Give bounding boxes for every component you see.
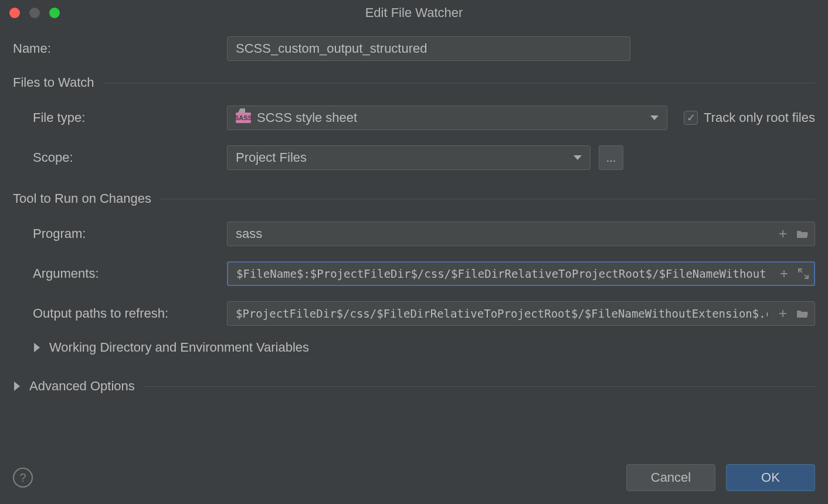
traffic-lights [0,8,60,18]
folder-open-icon[interactable] [796,229,809,239]
ok-button[interactable]: OK [726,464,815,491]
help-button[interactable]: ? [13,468,33,488]
section-divider [143,386,815,387]
section-divider [160,199,815,199]
expand-icon[interactable] [798,268,809,280]
working-dir-env-title: Working Directory and Environment Variab… [49,340,309,355]
plus-icon[interactable] [778,229,788,239]
cancel-button[interactable]: Cancel [626,464,715,491]
chevron-down-icon [574,155,582,160]
file-type-value: SCSS style sheet [257,110,357,125]
caret-right-icon [34,343,40,352]
plus-icon[interactable] [779,268,789,279]
help-icon: ? [19,471,26,485]
track-only-root-checkbox[interactable]: ✓ Track only root files [684,110,815,125]
caret-right-icon [14,382,20,391]
advanced-options-header[interactable]: Advanced Options [13,379,815,394]
ok-label: OK [761,470,780,485]
program-input[interactable] [227,222,815,246]
plus-icon[interactable] [778,308,788,319]
window-close-button[interactable] [9,8,20,18]
name-input[interactable] [227,36,630,61]
window-maximize-button[interactable] [49,8,60,18]
name-label: Name: [13,41,227,56]
scope-label: Scope: [13,150,227,165]
scope-browse-button[interactable]: ... [599,145,623,170]
folder-open-icon[interactable] [796,308,809,319]
arguments-input[interactable] [227,261,815,286]
files-to-watch-title: Files to Watch [13,75,94,90]
tool-to-run-title: Tool to Run on Changes [13,191,151,206]
scope-select[interactable]: Project Files [227,145,591,170]
working-dir-env-header[interactable]: Working Directory and Environment Variab… [33,340,815,355]
titlebar: Edit File Watcher [0,0,828,26]
scope-value: Project Files [236,150,307,165]
tool-to-run-header: Tool to Run on Changes [13,191,815,206]
window-title: Edit File Watcher [365,5,463,21]
arguments-label: Arguments: [13,266,227,281]
ellipsis-icon: ... [606,151,616,165]
advanced-options-title: Advanced Options [29,379,135,394]
chevron-down-icon [650,115,659,120]
track-only-root-label: Track only root files [704,110,815,125]
cancel-label: Cancel [651,470,691,485]
sass-file-icon: SASS [236,113,251,123]
program-label: Program: [13,226,227,241]
output-paths-label: Output paths to refresh: [13,306,227,321]
section-divider [103,83,815,83]
file-type-select[interactable]: SASS SCSS style sheet [227,105,667,130]
file-type-label: File type: [13,110,227,125]
window-minimize-button[interactable] [29,8,40,18]
check-icon: ✓ [687,111,695,124]
files-to-watch-header: Files to Watch [13,75,815,90]
output-paths-input[interactable] [227,301,815,326]
